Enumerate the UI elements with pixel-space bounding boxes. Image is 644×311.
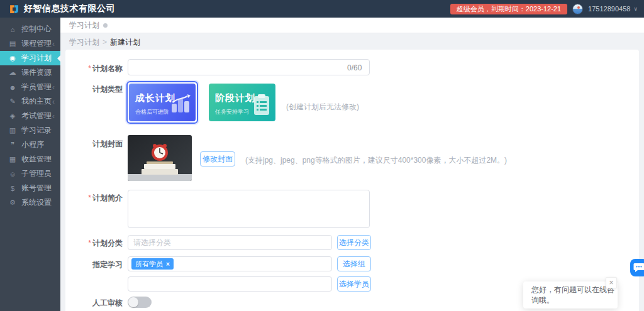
plan-type-stage-card[interactable]: 阶段计划 任务安排学习 xyxy=(206,81,278,124)
sidebar-item-label: 学习记录 xyxy=(21,125,52,136)
sidebar-item-label: 学员管理 xyxy=(21,82,52,92)
eye-icon: ◉ xyxy=(8,54,17,62)
chevron-down-icon[interactable]: ∨ xyxy=(633,6,638,12)
cloud-icon: ☁ xyxy=(8,68,17,77)
tag-label: 所有学员 xyxy=(135,259,163,269)
required-asterisk: * xyxy=(88,64,91,73)
char-counter: 0/60 xyxy=(347,63,362,72)
manual-review-label: 人工审核 xyxy=(65,298,123,308)
chat-bubble-icon xyxy=(633,263,644,273)
chat-bubbles-icon: ❞ xyxy=(8,141,17,149)
sidebar-item-label: 系统设置 xyxy=(21,197,52,208)
dollar-icon: $ xyxy=(8,185,17,192)
breadcrumb: 学习计划 > 新建计划 xyxy=(60,34,644,50)
sidebar-item-control-center[interactable]: ⌂ 控制中心 xyxy=(0,22,60,36)
plan-name-label: *计划名称 xyxy=(65,63,123,74)
tag-close-icon[interactable]: × xyxy=(166,261,170,268)
plan-cover-label: 计划封面 xyxy=(65,139,123,150)
gear-icon: ⚙ xyxy=(8,199,17,207)
graduation-cap-icon: ✎ xyxy=(8,97,17,106)
sidebar-item-courseware[interactable]: ☁ 课件资源 xyxy=(0,65,60,80)
sidebar-item-label: 子管理员 xyxy=(21,168,52,179)
plan-category-input[interactable] xyxy=(128,235,332,250)
book-icon: ▤ xyxy=(8,40,17,48)
chevron-left-icon: ‹ xyxy=(52,113,55,119)
sidebar-item-mini-program[interactable]: ❞ 小程序 xyxy=(0,138,60,152)
assign-study-label: 指定学习 xyxy=(65,259,123,270)
sidebar-item-sub-admin[interactable]: ☺ 子管理员 xyxy=(0,166,60,181)
user-phone[interactable]: 17512890458 xyxy=(588,5,630,13)
plan-cover-preview xyxy=(128,135,192,181)
sidebar-item-student-mgmt[interactable]: ☻ 学员管理 ‹ xyxy=(0,80,60,94)
select-group-button[interactable]: 选择组 xyxy=(337,256,371,271)
plan-type-label: 计划类型 xyxy=(65,84,123,95)
sidebar-item-label: 考试管理 xyxy=(21,111,52,121)
required-asterisk: * xyxy=(88,194,91,202)
sidebar-item-system-settings[interactable]: ⚙ 系统设置 xyxy=(0,195,60,210)
company-name: 好智信息技术有限公司 xyxy=(24,3,115,14)
plan-type-growth-card[interactable]: 成长计划 合格后可进阶 xyxy=(126,81,198,124)
online-chat-button[interactable] xyxy=(630,259,644,276)
notebook-icon: ▥ xyxy=(8,126,17,134)
sidebar-item-label: 课程管理 xyxy=(21,38,52,49)
breadcrumb-separator: > xyxy=(103,38,107,46)
toggle-knob xyxy=(128,297,138,307)
company-logo-icon xyxy=(9,4,19,14)
wallet-icon: ▦ xyxy=(8,155,17,163)
cover-hint: (支持jpg、jpeg、png等格式的图片，建议尺寸400*300像素，大小不超… xyxy=(245,155,507,166)
chat-close-button[interactable]: × xyxy=(606,277,617,288)
chevron-left-icon: ‹ xyxy=(52,84,55,90)
manual-review-toggle[interactable] xyxy=(128,297,152,308)
select-student-button[interactable]: 选择学员 xyxy=(337,276,371,292)
sidebar: ⌂ 控制中心 ▤ 课程管理 ‹ ◉ 学习计划 ☁ 课件资源 ☻ 学员管理 ‹ ✎… xyxy=(0,18,60,311)
user-avatar[interactable] xyxy=(572,4,583,14)
topbar: 好智信息技术有限公司 超级会员，到期时间：2023-12-21 17512890… xyxy=(0,0,644,18)
plan-intro-textarea[interactable] xyxy=(128,190,370,228)
plan-name-input[interactable] xyxy=(128,59,370,75)
sidebar-item-my-homepage[interactable]: ✎ 我的主页 ‹ xyxy=(0,94,60,109)
sidebar-item-revenue-mgmt[interactable]: ▦ 收益管理 xyxy=(0,152,60,166)
chevron-left-icon: ‹ xyxy=(52,41,55,47)
chevron-left-icon: ‹ xyxy=(52,99,55,105)
sidebar-item-course-mgmt[interactable]: ▤ 课程管理 ‹ xyxy=(0,36,60,51)
sidebar-item-label: 小程序 xyxy=(21,139,44,150)
tab-close-dot-icon[interactable] xyxy=(103,23,108,28)
all-students-tag: 所有学员 × xyxy=(131,258,174,270)
plan-type-note: (创建计划后无法修改) xyxy=(286,102,359,112)
users-icon: ☻ xyxy=(8,84,17,91)
breadcrumb-current: 新建计划 xyxy=(110,37,140,48)
sidebar-item-label: 学习计划 xyxy=(21,53,52,63)
sidebar-item-account-mgmt[interactable]: $ 账号管理 xyxy=(0,181,60,195)
task-list-icon xyxy=(253,94,272,116)
sidebar-item-label: 我的主页 xyxy=(21,96,52,107)
chat-message-bubble: 您好，有问题可以在线咨询哦。 × xyxy=(523,281,618,308)
sidebar-item-study-plan[interactable]: ◉ 学习计划 xyxy=(0,51,60,65)
home-icon: ⌂ xyxy=(8,26,17,33)
breadcrumb-parent[interactable]: 学习计划 xyxy=(69,37,99,48)
tag-icon: ◈ xyxy=(8,112,17,120)
plan-category-label: *计划分类 xyxy=(65,238,123,249)
person-icon: ☺ xyxy=(8,170,17,178)
tab-strip: 学习计划 xyxy=(60,18,644,33)
form-card: *计划名称 0/60 计划类型 成长计划 合格后可进阶 阶段计 xyxy=(65,50,639,311)
sidebar-item-exam-mgmt[interactable]: ◈ 考试管理 ‹ xyxy=(0,109,60,123)
change-cover-button[interactable]: 修改封面 xyxy=(200,151,235,166)
membership-badge: 超级会员，到期时间：2023-12-21 xyxy=(450,4,567,14)
sidebar-item-study-record[interactable]: ▥ 学习记录 xyxy=(0,123,60,138)
plan-intro-label: *计划简介 xyxy=(65,193,123,204)
sidebar-item-label: 收益管理 xyxy=(21,154,52,165)
sidebar-item-label: 账号管理 xyxy=(21,183,52,194)
main-area: 学习计划 学习计划 > 新建计划 *计划名称 0/60 计划类型 成长计划 合格… xyxy=(60,18,644,311)
sidebar-item-label: 控制中心 xyxy=(21,24,52,35)
chat-message-text: 您好，有问题可以在线咨询哦。 xyxy=(531,285,618,306)
required-asterisk: * xyxy=(88,239,91,248)
tab-label: 学习计划 xyxy=(69,20,99,31)
select-category-button[interactable]: 选择分类 xyxy=(337,235,371,250)
assign-student-input[interactable] xyxy=(128,276,332,292)
tab-study-plan[interactable]: 学习计划 xyxy=(69,20,108,31)
growth-chart-icon xyxy=(170,94,192,114)
sidebar-item-label: 课件资源 xyxy=(21,67,52,78)
